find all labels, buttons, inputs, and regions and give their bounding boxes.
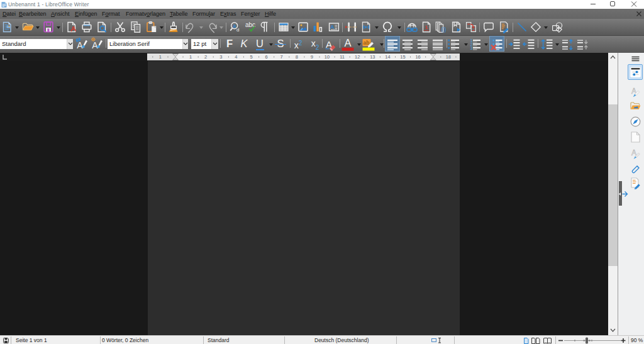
svg-text:d: d <box>236 27 239 33</box>
svg-text:1: 1 <box>159 54 162 60</box>
svg-text:15: 15 <box>400 54 405 60</box>
svg-text:A: A <box>344 38 351 48</box>
svg-text:A: A <box>330 24 335 30</box>
svg-text:14: 14 <box>385 54 390 60</box>
svg-text:12: 12 <box>355 54 360 60</box>
svg-text:10: 10 <box>325 54 330 60</box>
svg-text:11: 11 <box>340 54 345 60</box>
svg-text:6: 6 <box>265 54 268 60</box>
svg-text:9: 9 <box>311 54 313 60</box>
svg-text:1: 1 <box>189 54 192 60</box>
svg-text:ab: ab <box>364 40 370 46</box>
svg-text:A: A <box>92 40 98 50</box>
svg-text:A: A <box>77 40 83 50</box>
svg-text:13: 13 <box>370 54 375 60</box>
svg-text:3: 3 <box>470 46 473 50</box>
svg-text:3: 3 <box>219 54 222 60</box>
svg-text:(i): (i) <box>441 26 447 33</box>
svg-text:4: 4 <box>235 54 237 60</box>
svg-text:2: 2 <box>204 54 207 60</box>
svg-text:16: 16 <box>415 54 420 60</box>
svg-text:18: 18 <box>446 54 451 60</box>
svg-text:7: 7 <box>280 54 283 60</box>
svg-text:1: 1 <box>425 25 428 30</box>
svg-text:8: 8 <box>296 54 298 60</box>
svg-text:5: 5 <box>250 54 252 60</box>
